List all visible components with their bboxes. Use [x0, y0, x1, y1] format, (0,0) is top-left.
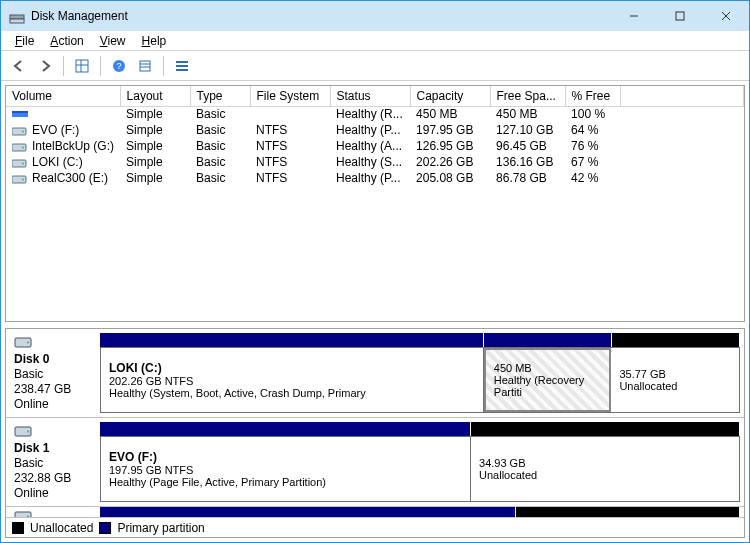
back-button[interactable]: [7, 54, 31, 78]
table-row[interactable]: RealC300 (E:)SimpleBasicNTFSHealthy (P..…: [6, 170, 744, 186]
menu-help[interactable]: Help: [134, 32, 175, 50]
disk-graphical-panel[interactable]: Disk 0Basic238.47 GBOnlineLOKI (C:)202.2…: [5, 328, 745, 538]
partition-size: 197.95 GB NTFS: [109, 464, 462, 476]
volume-name: RealC300 (E:): [32, 171, 108, 185]
partition-status: Healthy (Page File, Active, Primary Part…: [109, 476, 462, 488]
svg-rect-7: [76, 60, 88, 72]
maximize-button[interactable]: [657, 1, 703, 31]
table-row[interactable]: SimpleBasicHealthy (R...450 MB450 MB100 …: [6, 106, 744, 122]
cell-fs: [250, 106, 330, 122]
partition-container: EVO (F:)197.95 GB NTFSHealthy (Page File…: [100, 436, 740, 502]
partition-size: 35.77 GB: [619, 368, 731, 380]
cell-status: Healthy (S...: [330, 154, 410, 170]
disk-row: Disk 1Basic232.88 GBOnlineEVO (F:)197.95…: [6, 418, 744, 507]
partition-status: Healthy (System, Boot, Active, Crash Dum…: [109, 387, 475, 399]
disk-label[interactable]: Disk 1Basic232.88 GBOnline: [10, 422, 100, 502]
forward-button[interactable]: [33, 54, 57, 78]
legend-label-primary: Primary partition: [117, 521, 204, 535]
svg-rect-1: [10, 19, 24, 23]
partition[interactable]: 34.93 GBUnallocated: [471, 437, 739, 501]
menu-action[interactable]: Action: [42, 32, 91, 50]
cell-free: 450 MB: [490, 106, 565, 122]
partition[interactable]: 35.77 GBUnallocated: [611, 348, 739, 412]
partition-title: LOKI (C:): [109, 361, 475, 375]
disk-management-window: Disk Management File Action View Help ?: [0, 0, 750, 543]
legend-swatch-primary: [99, 522, 111, 534]
content-area: Volume Layout Type File System Status Ca…: [1, 81, 749, 542]
disk-row: Disk 0Basic238.47 GBOnlineLOKI (C:)202.2…: [6, 329, 744, 418]
disk-stripe: [100, 422, 740, 436]
svg-text:?: ?: [116, 61, 121, 71]
cell-type: Basic: [190, 154, 250, 170]
list-view-button[interactable]: [170, 54, 194, 78]
table-row[interactable]: IntelBckUp (G:)SimpleBasicNTFSHealthy (A…: [6, 138, 744, 154]
minimize-button[interactable]: [611, 1, 657, 31]
legend-label-unallocated: Unallocated: [30, 521, 93, 535]
cell-fs: NTFS: [250, 154, 330, 170]
cell-capacity: 450 MB: [410, 106, 490, 122]
col-filesystem[interactable]: File System: [250, 86, 330, 106]
cell-status: Healthy (R...: [330, 106, 410, 122]
cell-free: 86.78 GB: [490, 170, 565, 186]
cell-type: Basic: [190, 138, 250, 154]
disk-stripe: [100, 333, 740, 347]
partition-size: 450 MB: [494, 362, 602, 374]
col-spacer[interactable]: [620, 86, 743, 106]
cell-layout: Simple: [120, 122, 190, 138]
cell-status: Healthy (A...: [330, 138, 410, 154]
svg-point-29: [27, 342, 29, 344]
col-layout[interactable]: Layout: [120, 86, 190, 106]
settings-view-button[interactable]: [133, 54, 157, 78]
cell-type: Basic: [190, 106, 250, 122]
disk-name: Disk 0: [14, 352, 96, 366]
col-pctfree[interactable]: % Free: [565, 86, 620, 106]
menu-view[interactable]: View: [92, 32, 134, 50]
svg-rect-15: [176, 61, 188, 63]
table-row[interactable]: EVO (F:)SimpleBasicNTFSHealthy (P...197.…: [6, 122, 744, 138]
disk-name: Disk 1: [14, 441, 96, 455]
cell-status: Healthy (P...: [330, 122, 410, 138]
partition[interactable]: 450 MBHealthy (Recovery Partiti: [484, 348, 612, 412]
drive-icon: [12, 125, 28, 137]
partition[interactable]: EVO (F:)197.95 GB NTFSHealthy (Page File…: [101, 437, 471, 501]
col-free[interactable]: Free Spa...: [490, 86, 565, 106]
col-status[interactable]: Status: [330, 86, 410, 106]
col-volume[interactable]: Volume: [6, 86, 120, 106]
col-capacity[interactable]: Capacity: [410, 86, 490, 106]
cell-fs: NTFS: [250, 122, 330, 138]
titlebar[interactable]: Disk Management: [1, 1, 749, 31]
partition-status: Unallocated: [619, 380, 731, 392]
svg-point-25: [22, 162, 24, 164]
drive-icon: [12, 141, 28, 153]
volume-name: IntelBckUp (G:): [32, 139, 114, 153]
help-button[interactable]: ?: [107, 54, 131, 78]
disk-icon: [14, 424, 32, 438]
col-type[interactable]: Type: [190, 86, 250, 106]
cell-capacity: 205.08 GB: [410, 170, 490, 186]
menu-file[interactable]: File: [7, 32, 42, 50]
disk-label[interactable]: Disk 2: [10, 507, 100, 517]
table-row[interactable]: LOKI (C:)SimpleBasicNTFSHealthy (S...202…: [6, 154, 744, 170]
cell-capacity: 202.26 GB: [410, 154, 490, 170]
volume-list-panel[interactable]: Volume Layout Type File System Status Ca…: [5, 85, 745, 322]
volume-table: Volume Layout Type File System Status Ca…: [6, 86, 744, 186]
disk-label[interactable]: Disk 0Basic238.47 GBOnline: [10, 333, 100, 413]
svg-point-27: [22, 178, 24, 180]
partition[interactable]: LOKI (C:)202.26 GB NTFSHealthy (System, …: [101, 348, 484, 412]
disk-type: Basic: [14, 456, 96, 470]
disk-status: Online: [14, 397, 96, 411]
volume-name: EVO (F:): [32, 123, 79, 137]
cell-fs: NTFS: [250, 138, 330, 154]
cell-status: Healthy (P...: [330, 170, 410, 186]
cell-type: Basic: [190, 170, 250, 186]
partition-status: Unallocated: [479, 469, 731, 481]
cell-pct: 76 %: [565, 138, 620, 154]
view-layout-button[interactable]: [70, 54, 94, 78]
legend-swatch-unallocated: [12, 522, 24, 534]
window-title: Disk Management: [31, 9, 128, 23]
svg-rect-17: [176, 69, 188, 71]
app-icon: [9, 8, 25, 24]
partition-container: LOKI (C:)202.26 GB NTFSHealthy (System, …: [100, 347, 740, 413]
disk-status: Online: [14, 486, 96, 500]
close-button[interactable]: [703, 1, 749, 31]
